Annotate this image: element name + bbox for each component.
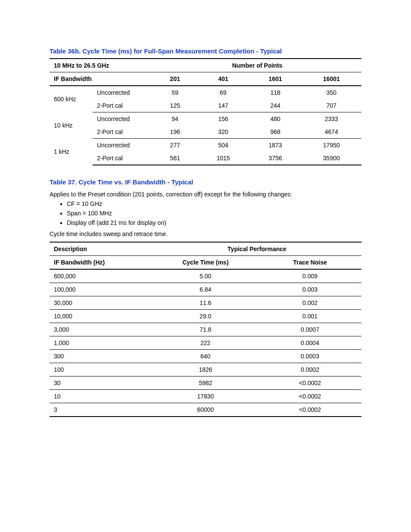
val-cell: 277 — [153, 139, 197, 152]
table-row: 2-Port cal 561 1015 3756 35900 — [50, 152, 361, 165]
val-cell: 4674 — [302, 125, 361, 139]
table-row: 3,00071.80.0007 — [50, 323, 361, 336]
table-row: 10,00029.00.001 — [50, 310, 361, 323]
list-item: Display off (add 21 ms for display on) — [67, 219, 361, 226]
cycle-time-cell: 222 — [153, 336, 258, 350]
table-row: 360000<0.0002 — [50, 403, 361, 417]
col-trace-noise: Trace Noise — [258, 256, 361, 270]
val-cell: 707 — [302, 99, 361, 112]
table-row: 1 kHz Uncorrected 277 504 1873 17950 — [50, 139, 361, 152]
table-row: 10018260.0002 — [50, 363, 361, 376]
list-item: CF = 10 GHz — [67, 200, 361, 207]
cycle-time-cell: 17830 — [153, 390, 258, 403]
cycle-time-cell: 11.6 — [153, 296, 258, 310]
points-col: 401 — [197, 72, 249, 86]
val-cell: 504 — [197, 139, 249, 152]
bw-cell: 100 — [50, 363, 153, 376]
val-cell: 244 — [249, 99, 302, 112]
points-label: Number of Points — [153, 59, 361, 72]
points-col: 201 — [153, 72, 197, 86]
bullet-list: CF = 10 GHz Span = 100 MHz Display off (… — [67, 200, 361, 226]
table-row: 2-Port cal 125 147 244 707 — [50, 99, 361, 112]
cycle-time-cell: 6.84 — [153, 283, 258, 296]
table-row: 1017830<0.0002 — [50, 390, 361, 403]
mode-cell: Uncorrected — [93, 112, 153, 126]
val-cell: 1015 — [197, 152, 249, 165]
val-cell: 118 — [249, 86, 302, 99]
val-cell: 94 — [153, 112, 197, 126]
table-37-note: Cycle time includes sweep and retrace ti… — [50, 230, 361, 237]
bw-cell: 600,000 — [50, 269, 153, 283]
val-cell: 196 — [153, 125, 197, 139]
table-row: 3006400.0003 — [50, 350, 361, 363]
hdr-description: Description — [50, 242, 153, 256]
val-cell: 2333 — [302, 112, 361, 126]
trace-noise-cell: 0.002 — [258, 296, 361, 310]
table-row: 305982<0.0002 — [50, 376, 361, 390]
table-row: 600,0005.000.009 — [50, 269, 361, 283]
cycle-time-cell: 5.00 — [153, 269, 258, 283]
bw-cell: 3,000 — [50, 323, 153, 336]
bw-cell: 10 — [50, 390, 153, 403]
cycle-time-cell: 60000 — [153, 403, 258, 417]
val-cell: 156 — [197, 112, 249, 126]
trace-noise-cell: 0.0007 — [258, 323, 361, 336]
bw-cell: 600 kHz — [50, 86, 93, 112]
val-cell: 320 — [197, 125, 249, 139]
bw-cell: 3 — [50, 403, 153, 417]
table-row: 100,0006.840.003 — [50, 283, 361, 296]
val-cell: 125 — [153, 99, 197, 112]
mode-cell: Uncorrected — [93, 86, 153, 99]
val-cell: 69 — [197, 86, 249, 99]
trace-noise-cell: 0.003 — [258, 283, 361, 296]
bw-cell: 1 kHz — [50, 139, 93, 165]
cycle-time-cell: 1826 — [153, 363, 258, 376]
table-36b-title: Table 36b. Cycle Time (ms) for Full-Span… — [50, 47, 361, 55]
points-col: 1601 — [249, 72, 302, 86]
val-cell: 17950 — [302, 139, 361, 152]
hdr-typical-performance: Typical Performance — [153, 242, 361, 256]
cycle-time-cell: 29.0 — [153, 310, 258, 323]
col-cycle-time: Cycle Time (ms) — [153, 256, 258, 270]
val-cell: 3756 — [249, 152, 302, 165]
val-cell: 480 — [249, 112, 302, 126]
val-cell: 968 — [249, 125, 302, 139]
mode-cell: 2-Port cal — [93, 152, 153, 165]
table-37-title: Table 37. Cycle Time vs. IF Bandwidth - … — [50, 178, 361, 186]
cycle-time-cell: 71.8 — [153, 323, 258, 336]
table-37: Description Typical Performance IF Bandw… — [50, 242, 361, 417]
val-cell: 350 — [302, 86, 361, 99]
table-row: 30,00011.60.002 — [50, 296, 361, 310]
trace-noise-cell: <0.0002 — [258, 376, 361, 390]
mode-cell: 2-Port cal — [93, 99, 153, 112]
table-row: 10 kHz Uncorrected 94 156 480 2333 — [50, 112, 361, 126]
bw-cell: 1,000 — [50, 336, 153, 350]
table-36b: 10 MHz to 26.5 GHz Number of Points IF B… — [50, 58, 361, 165]
bw-cell: 10,000 — [50, 310, 153, 323]
trace-noise-cell: 0.001 — [258, 310, 361, 323]
table-row: 1,0002220.0004 — [50, 336, 361, 350]
bw-cell: 10 kHz — [50, 112, 93, 139]
bw-cell: 100,000 — [50, 283, 153, 296]
col-if-bw: IF Bandwidth (Hz) — [50, 256, 153, 270]
trace-noise-cell: <0.0002 — [258, 390, 361, 403]
val-cell: 59 — [153, 86, 197, 99]
cycle-time-cell: 640 — [153, 350, 258, 363]
val-cell: 561 — [153, 152, 197, 165]
val-cell: 147 — [197, 99, 249, 112]
table-row: 600 kHz Uncorrected 59 69 118 350 — [50, 86, 361, 99]
val-cell: 1873 — [249, 139, 302, 152]
bw-cell: 30,000 — [50, 296, 153, 310]
list-item: Span = 100 MHz — [67, 210, 361, 217]
points-col: 16001 — [302, 72, 361, 86]
span-label: 10 MHz to 26.5 GHz — [50, 59, 153, 72]
trace-noise-cell: <0.0002 — [258, 403, 361, 417]
cycle-time-cell: 5982 — [153, 376, 258, 390]
mode-cell: Uncorrected — [93, 139, 153, 152]
trace-noise-cell: 0.0004 — [258, 336, 361, 350]
trace-noise-cell: 0.0002 — [258, 363, 361, 376]
bw-cell: 300 — [50, 350, 153, 363]
bw-label: IF Bandwidth — [50, 72, 153, 86]
trace-noise-cell: 0.0003 — [258, 350, 361, 363]
bw-cell: 30 — [50, 376, 153, 390]
